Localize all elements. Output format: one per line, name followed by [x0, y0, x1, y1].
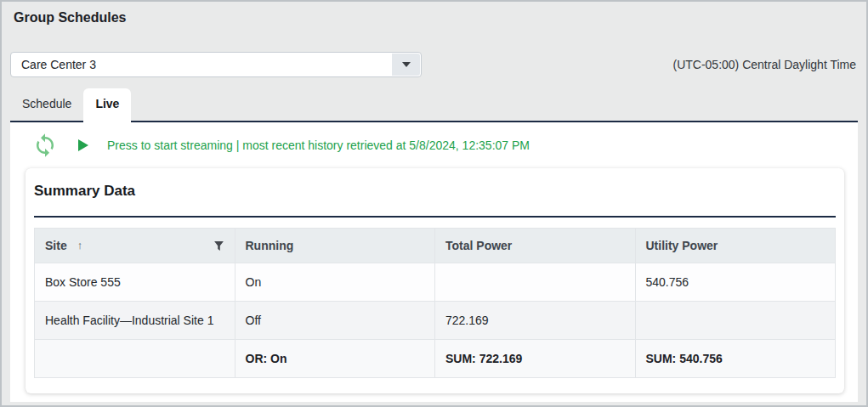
timezone-label: (UTC-05:00) Central Daylight Time — [672, 58, 856, 71]
summary-data-card: Summary Data Site ↑ — [26, 168, 844, 393]
refresh-icon[interactable] — [32, 133, 58, 158]
column-header-site[interactable]: Site ↑ — [35, 229, 235, 263]
column-header-utility-power[interactable]: Utility Power — [635, 229, 836, 263]
summary-data-title: Summary Data — [34, 182, 836, 201]
cell-running: On — [235, 263, 435, 302]
stream-controls-row: Press to start streaming | most recent h… — [10, 122, 858, 167]
column-header-running[interactable]: Running — [235, 229, 435, 263]
cell-running-aggregate: OR: On — [235, 340, 435, 378]
cell-utility-power-sum: SUM: 540.756 — [635, 340, 836, 378]
group-schedules-page: Group Schedules Care Center 3 (UTC-05:00… — [0, 0, 868, 407]
group-select-dropdown-button[interactable] — [392, 54, 420, 76]
cell-site — [35, 340, 235, 378]
column-header-site-label: Site — [45, 237, 67, 254]
tab-schedule[interactable]: Schedule — [10, 88, 83, 121]
cell-running: Off — [235, 302, 435, 340]
caret-down-icon — [402, 62, 411, 67]
stream-status-text[interactable]: Press to start streaming | most recent h… — [107, 138, 530, 152]
controls-row: Care Center 3 (UTC-05:00) Central Daylig… — [10, 52, 856, 77]
cell-total-power — [435, 263, 636, 302]
table-row: Health Facility—Industrial Site 1 Off 72… — [35, 302, 836, 340]
filter-icon[interactable] — [213, 240, 224, 252]
summary-table: Site ↑ Running Total Power Utility Power — [34, 228, 836, 378]
column-header-total-power[interactable]: Total Power — [435, 229, 636, 263]
page-title: Group Schedules — [2, 2, 866, 25]
cell-total-power: 722.169 — [435, 302, 636, 340]
tab-bar: Schedule Live — [10, 88, 866, 121]
tab-live[interactable]: Live — [83, 88, 131, 121]
group-select[interactable]: Care Center 3 — [10, 52, 422, 77]
cell-total-power-sum: SUM: 722.169 — [435, 340, 636, 378]
table-header-row: Site ↑ Running Total Power Utility Power — [35, 229, 836, 263]
play-icon[interactable] — [78, 139, 88, 151]
table-summary-row: OR: On SUM: 722.169 SUM: 540.756 — [35, 340, 836, 378]
title-divider — [34, 216, 836, 218]
cell-site: Health Facility—Industrial Site 1 — [35, 302, 235, 340]
cell-utility-power — [635, 302, 836, 340]
table-row: Box Store 555 On 540.756 — [35, 263, 836, 302]
live-tab-panel: Press to start streaming | most recent h… — [10, 121, 858, 402]
cell-site: Box Store 555 — [35, 263, 235, 302]
sort-ascending-icon: ↑ — [77, 237, 83, 254]
cell-utility-power: 540.756 — [635, 263, 836, 302]
group-select-value: Care Center 3 — [11, 58, 392, 71]
